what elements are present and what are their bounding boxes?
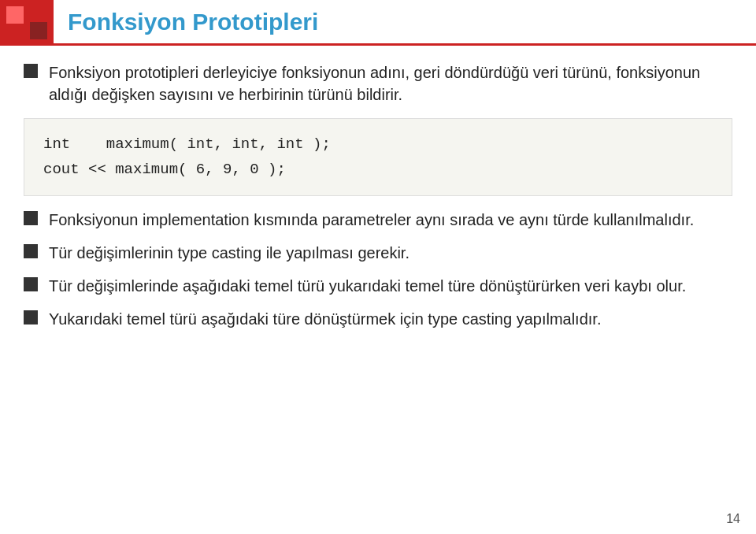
page-number: 14 xyxy=(726,512,740,526)
bullet-item-2: Fonksiyonun implementation kısmında para… xyxy=(24,209,732,231)
bullet-item-1: Fonksiyon prototipleri derleyiciye fonks… xyxy=(24,61,732,106)
bullet-item-3: Tür değişimlerinin type casting ile yapı… xyxy=(24,242,732,264)
bullet-icon-5 xyxy=(24,310,38,324)
bullet-item-5: Yukarıdaki temel türü aşağıdaki türe dön… xyxy=(24,308,732,330)
bullet-text-3: Tür değişimlerinin type casting ile yapı… xyxy=(49,242,410,264)
header-accent xyxy=(0,0,54,46)
slide-content: Fonksiyon prototipleri derleyiciye fonks… xyxy=(24,54,732,502)
bullet-text-4: Tür değişimlerinde aşağıdaki temel türü … xyxy=(49,275,686,297)
bullet-icon-4 xyxy=(24,277,38,291)
bullet-text-5: Yukarıdaki temel türü aşağıdaki türe dön… xyxy=(49,308,601,330)
bullet-icon-2 xyxy=(24,211,38,225)
header-bar: Fonksiyon Prototipleri xyxy=(0,0,756,46)
code-line-3: cout << maximum( 6, 9, 0 ); xyxy=(43,157,713,182)
bullet-text-1: Fonksiyon prototipleri derleyiciye fonks… xyxy=(49,61,732,106)
code-line-1: int maximum( int, int, int ); xyxy=(43,132,713,157)
slide-title: Fonksiyon Prototipleri xyxy=(68,9,318,35)
slide-container: Fonksiyon Prototipleri Fonksiyon prototi… xyxy=(0,0,756,534)
bullet-item-4: Tür değişimlerinde aşağıdaki temel türü … xyxy=(24,275,732,297)
bullet-text-2: Fonksiyonun implementation kısmında para… xyxy=(49,209,694,231)
code-block: int maximum( int, int, int ); cout << ma… xyxy=(24,118,732,196)
bullet-icon-3 xyxy=(24,244,38,258)
header-title-area: Fonksiyon Prototipleri xyxy=(54,0,756,46)
bullet-icon-1 xyxy=(24,64,38,78)
